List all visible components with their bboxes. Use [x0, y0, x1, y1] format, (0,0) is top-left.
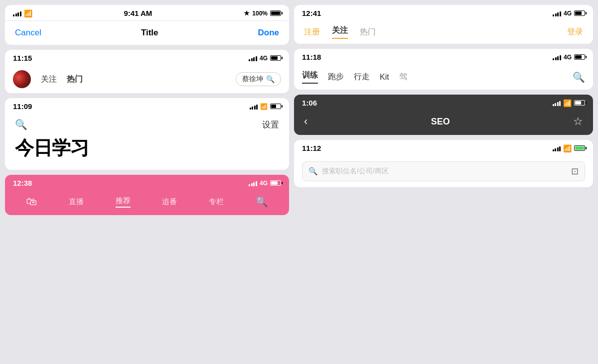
tab-register[interactable]: 注册 — [304, 27, 320, 37]
big-title-3: 今日学习 — [15, 135, 279, 161]
status-bar-3: 11:09 📶 — [5, 98, 289, 114]
back-button-r3[interactable]: ‹ — [304, 115, 307, 128]
nav-bar-1: Cancel Title Done — [5, 21, 289, 45]
card3-icon-row: 🔍 设置 — [15, 119, 279, 130]
time-r3: 1:06 — [302, 99, 317, 107]
status-right-1: ★ 100% — [244, 9, 281, 17]
time-3: 11:09 — [13, 102, 32, 111]
pink-tab-recommend: 推荐 — [116, 196, 131, 208]
status-right-2: 4G — [249, 55, 281, 62]
avatar-2 — [13, 70, 31, 88]
pink-nav-recommend[interactable]: 推荐 — [116, 196, 131, 208]
status-right-3: 📶 — [250, 103, 282, 110]
nav-title-r3: SEO — [431, 117, 450, 127]
wifi-icon-r4: 📶 — [563, 144, 572, 152]
card-tabs-avatar: 11:15 4G 关注 热门 蔡徐坤 🔍 — [5, 50, 289, 93]
battery-fill-r4 — [575, 146, 584, 150]
signal-icon-2 — [249, 55, 257, 61]
time-1: 9:41 AM — [124, 9, 152, 17]
network-label-r1: 4G — [564, 10, 572, 17]
time-r1: 12:41 — [302, 9, 321, 17]
nav-title-1: Title — [141, 28, 158, 38]
search-bar-icon-r4: 🔍 — [308, 167, 318, 176]
pink-nav-shop[interactable]: 🛍 — [26, 195, 37, 208]
status-left-1: 📶 — [13, 9, 32, 17]
battery-icon-1 — [270, 10, 281, 16]
search-text-2: 蔡徐坤 — [242, 75, 263, 84]
tab-partial[interactable]: 驾 — [399, 72, 407, 82]
status-bar-r1: 12:41 4G — [294, 5, 593, 20]
card-r4: 11:12 📶 🔍 搜索职位名/公司/商区 ⊡ — [294, 140, 593, 187]
scan-icon-r4[interactable]: ⊡ — [571, 166, 579, 177]
dark-nav-bar: ‹ SEO ☆ — [294, 110, 593, 135]
network-label-2: 4G — [260, 55, 268, 62]
wifi-icon-3: 📶 — [260, 103, 268, 110]
pink-nav-series[interactable]: 追番 — [162, 197, 177, 207]
pink-tab-series: 追番 — [162, 197, 177, 207]
bluetooth-icon-1: ★ — [244, 9, 250, 17]
time-2: 11:15 — [13, 54, 32, 62]
tab-training[interactable]: 训练 — [302, 70, 318, 84]
r1-tab-row: 注册 关注 热门 登录 — [294, 20, 593, 44]
tab-kit[interactable]: Kit — [380, 73, 389, 82]
search-icon-r2[interactable]: 🔍 — [573, 71, 585, 83]
pink-tab-column: 专栏 — [209, 197, 224, 207]
star-button-r3[interactable]: ☆ — [573, 115, 583, 128]
status-bar-r3: 1:06 📶 — [294, 95, 593, 110]
status-bar-r2: 11:18 4G — [294, 49, 593, 64]
time-4: 12:38 — [13, 179, 32, 187]
pink-nav-live[interactable]: 直播 — [69, 197, 84, 207]
tab-walking[interactable]: 行走 — [354, 72, 370, 82]
status-bar-4: 12:38 4G — [5, 175, 289, 190]
search-pill-2[interactable]: 蔡徐坤 🔍 — [236, 72, 281, 86]
signal-icon-r2 — [553, 54, 561, 60]
time-r2: 11:18 — [302, 53, 321, 61]
shop-icon: 🛍 — [26, 195, 37, 208]
battery-fill-3 — [271, 105, 276, 108]
signal-icon-4 — [249, 180, 257, 186]
status-bar-2: 11:15 4G — [5, 50, 289, 65]
battery-fill-r2 — [575, 55, 582, 59]
left-column: 📶 9:41 AM ★ 100% Cancel Title Done 11:15 — [0, 0, 294, 364]
tab-follow[interactable]: 关注 — [41, 74, 57, 85]
pink-tab-live: 直播 — [69, 197, 84, 207]
signal-icon-r3 — [553, 100, 561, 106]
pink-nav-search[interactable]: 🔍 — [256, 196, 268, 208]
status-bar-1: 📶 9:41 AM ★ 100% — [5, 5, 289, 20]
search-bar-r4[interactable]: 🔍 搜索职位名/公司/商区 ⊡ — [302, 161, 585, 181]
card-big-title: 11:09 📶 🔍 设置 今日学习 — [5, 98, 289, 170]
battery-fill-4 — [271, 181, 278, 185]
battery-fill-r3 — [575, 101, 581, 105]
right-column: 12:41 4G 注册 关注 热门 登录 11:18 — [294, 0, 598, 364]
pink-nav-column[interactable]: 专栏 — [209, 197, 224, 207]
tab-hot-r1[interactable]: 热门 — [360, 27, 376, 37]
tab-running[interactable]: 跑步 — [328, 72, 344, 82]
status-right-r1: 4G — [553, 10, 585, 17]
search-icon-2: 🔍 — [266, 75, 275, 83]
tab-follow-r1[interactable]: 关注 — [332, 25, 348, 39]
tab-hot[interactable]: 热门 — [67, 74, 83, 85]
wifi-icon-1: 📶 — [24, 9, 32, 17]
battery-icon-r1 — [574, 10, 585, 16]
status-bar-r4: 11:12 📶 — [294, 140, 593, 155]
signal-icon-3 — [250, 104, 258, 110]
wifi-icon-r3: 📶 — [563, 99, 572, 107]
r2-tab-row: 训练 跑步 行走 Kit 驾 🔍 — [294, 64, 593, 90]
card-r1: 12:41 4G 注册 关注 热门 登录 — [294, 5, 593, 44]
tab-login[interactable]: 登录 — [567, 27, 583, 37]
battery-fill-2 — [271, 56, 278, 60]
settings-label-3[interactable]: 设置 — [262, 119, 279, 130]
battery-icon-r2 — [574, 54, 585, 60]
search-icon-3[interactable]: 🔍 — [15, 119, 27, 130]
search-icon-4: 🔍 — [256, 196, 268, 208]
status-right-4: 4G — [249, 180, 281, 187]
battery-icon-r4 — [574, 145, 585, 151]
signal-icon-r4 — [553, 145, 561, 151]
battery-icon-3 — [270, 104, 281, 109]
status-right-r4: 📶 — [553, 144, 586, 152]
signal-icon-1 — [13, 10, 21, 16]
cancel-button[interactable]: Cancel — [15, 28, 41, 38]
done-button[interactable]: Done — [258, 28, 280, 38]
signal-icon-r1 — [553, 10, 561, 16]
card-r3-dark: 1:06 📶 ‹ SEO ☆ — [294, 95, 593, 135]
